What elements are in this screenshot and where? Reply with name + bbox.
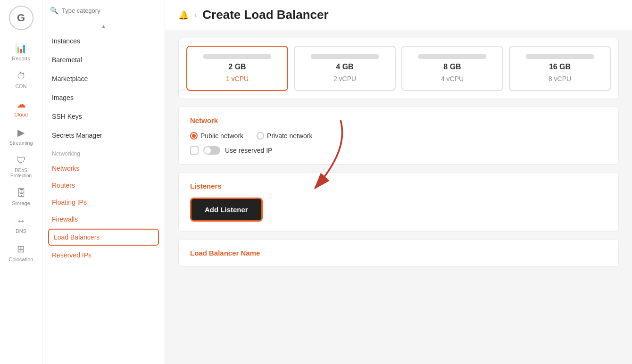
main-content: 🔔 ‹ Create Load Balancer 2 GB 1 vCPU 4 G… bbox=[165, 0, 632, 364]
network-section: Network Public network Private network U… bbox=[178, 107, 619, 165]
private-network-radio[interactable] bbox=[257, 132, 264, 140]
search-icon: 🔍 bbox=[50, 7, 58, 14]
card-gb-3: 16 GB bbox=[549, 63, 571, 71]
private-network-option[interactable]: Private network bbox=[257, 132, 312, 140]
sidebar-item-reports[interactable]: 📊 Reports bbox=[0, 38, 42, 66]
page-title: Create Load Balancer bbox=[202, 8, 328, 22]
sidebar-item-dns[interactable]: ↔ DNS bbox=[0, 211, 42, 239]
sidebar-item-label: Colocation bbox=[9, 256, 33, 262]
card-vcpu-2: 4 vCPU bbox=[441, 75, 464, 83]
category-item-images[interactable]: Images bbox=[42, 88, 165, 107]
sidebar-item-storage[interactable]: 🗄 Storage bbox=[0, 183, 42, 211]
instance-card-2[interactable]: 8 GB 4 vCPU bbox=[401, 46, 503, 91]
sidebar-item-label: Storage bbox=[12, 200, 30, 206]
sidebar-item-colocation[interactable]: ⊞ Colocation bbox=[0, 239, 42, 267]
use-reserved-ip-toggle[interactable] bbox=[203, 146, 220, 155]
lb-name-section: Load Balancer Name bbox=[178, 239, 619, 267]
card-gb-2: 8 GB bbox=[443, 63, 461, 71]
card-blur-bar bbox=[311, 54, 379, 59]
ddos-icon: 🛡 bbox=[17, 155, 26, 166]
nav-item-firewalls[interactable]: Firewalls bbox=[42, 211, 165, 228]
nav-item-load-balancers[interactable]: Load Balancers bbox=[48, 229, 159, 246]
card-blur-bar bbox=[203, 54, 271, 59]
sidebar-item-cdn[interactable]: ⏱ CDN bbox=[0, 66, 42, 94]
instance-card-0[interactable]: 2 GB 1 vCPU bbox=[186, 46, 288, 91]
category-item-secrets-manager[interactable]: Secrets Manager bbox=[42, 126, 165, 145]
cloud-icon: ☁ bbox=[17, 99, 26, 110]
category-item-baremetal[interactable]: Baremetal bbox=[42, 50, 165, 69]
sidebar-item-label: Streaming bbox=[9, 140, 33, 146]
use-reserved-ip-row: Use reserved IP bbox=[190, 146, 607, 155]
sidebar-item-label: CDN bbox=[16, 83, 27, 89]
content-area: 2 GB 1 vCPU 4 GB 2 vCPU 8 GB 4 vCPU 16 G… bbox=[165, 30, 632, 364]
page-header: 🔔 ‹ Create Load Balancer bbox=[165, 0, 632, 30]
sidebar-item-ddos[interactable]: 🛡 DDoSProtection bbox=[0, 150, 42, 183]
use-reserved-ip-label: Use reserved IP bbox=[225, 147, 272, 154]
category-item-marketplace[interactable]: Marketplace bbox=[42, 69, 165, 88]
category-item-instances[interactable]: Instances bbox=[42, 32, 165, 50]
instance-card-1[interactable]: 4 GB 2 vCPU bbox=[294, 46, 396, 91]
collapse-icon[interactable]: ‹ bbox=[194, 11, 197, 19]
sidebar-item-label: DNS bbox=[16, 228, 26, 234]
colocation-icon: ⊞ bbox=[17, 243, 25, 255]
nav-item-reserved-ips[interactable]: Reserved IPs bbox=[42, 247, 165, 264]
sidebar-item-label: Reports bbox=[12, 56, 30, 61]
card-vcpu-1: 2 vCPU bbox=[333, 75, 356, 83]
listeners-section: Listeners Add Listener bbox=[178, 172, 619, 232]
nav-item-floating-ips[interactable]: Floating IPs bbox=[42, 194, 165, 211]
instance-cards-row: 2 GB 1 vCPU 4 GB 2 vCPU 8 GB 4 vCPU 16 G… bbox=[178, 38, 619, 99]
card-blur-bar bbox=[526, 54, 594, 59]
card-blur-bar bbox=[418, 54, 486, 59]
category-item-ssh-keys[interactable]: SSH Keys bbox=[42, 107, 165, 126]
category-search-container: 🔍 bbox=[42, 0, 165, 21]
bell-icon[interactable]: 🔔 bbox=[178, 10, 189, 20]
card-vcpu-0: 1 vCPU bbox=[226, 75, 249, 83]
listeners-section-title: Listeners bbox=[190, 182, 607, 190]
scroll-up-button[interactable]: ▲ bbox=[42, 21, 165, 32]
card-gb-0: 2 GB bbox=[228, 63, 246, 71]
public-network-option[interactable]: Public network bbox=[190, 132, 243, 140]
card-vcpu-3: 8 vCPU bbox=[549, 75, 571, 83]
instance-card-3[interactable]: 16 GB 8 vCPU bbox=[509, 46, 611, 91]
sidebar-item-label: DDoSProtection bbox=[10, 168, 32, 178]
app-logo[interactable]: G bbox=[9, 6, 33, 30]
logo-letter: G bbox=[17, 12, 25, 24]
icon-sidebar: G 📊 Reports ⏱ CDN ☁ Cloud ▶ Streaming 🛡 … bbox=[0, 0, 42, 364]
streaming-icon: ▶ bbox=[17, 127, 25, 138]
reports-icon: 📊 bbox=[15, 42, 27, 54]
category-sidebar: 🔍 ▲ Instances Baremetal Marketplace Imag… bbox=[42, 0, 165, 364]
network-section-title: Network bbox=[190, 116, 607, 124]
public-network-label: Public network bbox=[200, 132, 243, 140]
search-input[interactable] bbox=[62, 7, 157, 14]
nav-item-networks[interactable]: Networks bbox=[42, 160, 165, 177]
use-reserved-ip-checkbox[interactable] bbox=[190, 146, 199, 155]
storage-icon: 🗄 bbox=[17, 188, 26, 199]
add-listener-button[interactable]: Add Listener bbox=[190, 198, 263, 222]
public-network-radio[interactable] bbox=[190, 132, 198, 140]
card-gb-1: 4 GB bbox=[336, 63, 353, 71]
lb-name-section-title: Load Balancer Name bbox=[190, 249, 607, 257]
network-radio-row: Public network Private network bbox=[190, 132, 607, 140]
networking-section-label: Networking bbox=[42, 145, 165, 160]
sidebar-item-streaming[interactable]: ▶ Streaming bbox=[0, 122, 42, 150]
cdn-icon: ⏱ bbox=[17, 71, 26, 82]
sidebar-item-cloud[interactable]: ☁ Cloud bbox=[0, 94, 42, 122]
private-network-label: Private network bbox=[267, 132, 312, 140]
dns-icon: ↔ bbox=[17, 215, 26, 226]
nav-item-routers[interactable]: Routers bbox=[42, 177, 165, 194]
sidebar-item-label: Cloud bbox=[14, 112, 28, 117]
